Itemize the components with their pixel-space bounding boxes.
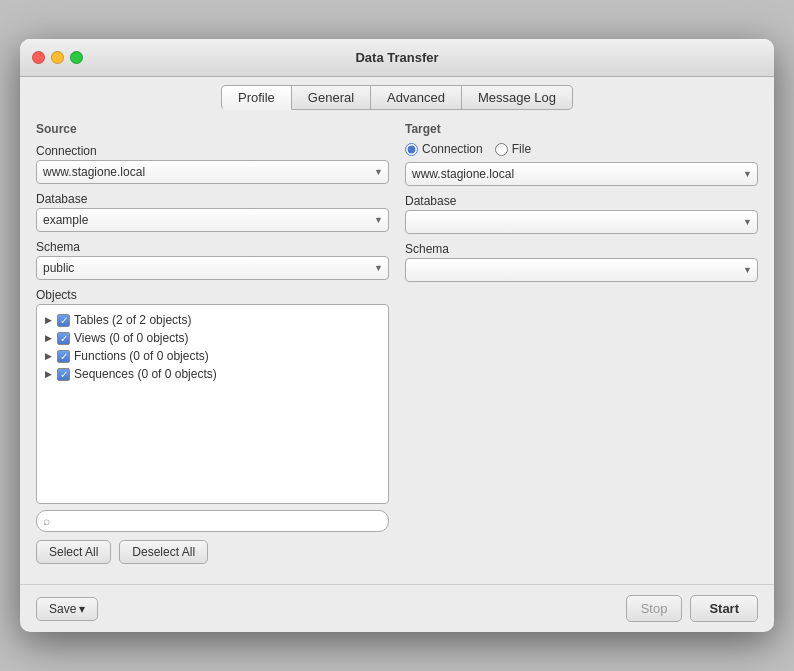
target-database-wrapper (405, 210, 758, 234)
source-connection-label: Connection (36, 144, 389, 158)
source-section-label: Source (36, 122, 389, 136)
expand-arrow-tables[interactable]: ▶ (43, 315, 53, 325)
select-all-button[interactable]: Select All (36, 540, 111, 564)
tab-bar: Profile General Advanced Message Log (20, 77, 774, 110)
source-connection-select[interactable]: www.stagione.local (36, 160, 389, 184)
tree-label-functions: Functions (0 of 0 objects) (74, 349, 209, 363)
radio-connection-label: Connection (422, 142, 483, 156)
source-schema-select[interactable]: public (36, 256, 389, 280)
source-database-label: Database (36, 192, 389, 206)
close-button[interactable] (32, 51, 45, 64)
tab-advanced[interactable]: Advanced (371, 85, 462, 110)
target-database-select[interactable] (405, 210, 758, 234)
expand-arrow-functions[interactable]: ▶ (43, 351, 53, 361)
target-schema-label: Schema (405, 242, 758, 256)
source-database-select[interactable]: example (36, 208, 389, 232)
expand-arrow-sequences[interactable]: ▶ (43, 369, 53, 379)
target-type-group: Connection File (405, 142, 758, 156)
target-section-label: Target (405, 122, 758, 136)
two-col-layout: Source Connection www.stagione.local Dat… (36, 122, 758, 564)
source-column: Source Connection www.stagione.local Dat… (36, 122, 389, 564)
tab-message-log[interactable]: Message Log (462, 85, 573, 110)
checkbox-views[interactable]: ✓ (57, 332, 70, 345)
bottom-bar: Save ▾ Stop Start (20, 584, 774, 632)
main-window: Data Transfer Profile General Advanced M… (20, 39, 774, 632)
deselect-all-button[interactable]: Deselect All (119, 540, 208, 564)
source-connection-wrapper: www.stagione.local (36, 160, 389, 184)
tree-label-tables: Tables (2 of 2 objects) (74, 313, 191, 327)
radio-connection-item[interactable]: Connection (405, 142, 483, 156)
tree-item-views: ▶ ✓ Views (0 of 0 objects) (43, 329, 382, 347)
tree-label-sequences: Sequences (0 of 0 objects) (74, 367, 217, 381)
selection-buttons: Select All Deselect All (36, 540, 389, 564)
target-schema-wrapper (405, 258, 758, 282)
tree-label-views: Views (0 of 0 objects) (74, 331, 189, 345)
expand-arrow-views[interactable]: ▶ (43, 333, 53, 343)
tree-item-sequences: ▶ ✓ Sequences (0 of 0 objects) (43, 365, 382, 383)
action-buttons: Stop Start (626, 595, 758, 622)
target-column: Target Connection File www.stagione.loca… (405, 122, 758, 564)
search-icon: ⌕ (43, 514, 50, 528)
radio-file[interactable] (495, 143, 508, 156)
tree-item-functions: ▶ ✓ Functions (0 of 0 objects) (43, 347, 382, 365)
stop-button[interactable]: Stop (626, 595, 683, 622)
search-box: ⌕ (36, 510, 389, 532)
tab-general[interactable]: General (292, 85, 371, 110)
source-database-wrapper: example (36, 208, 389, 232)
objects-tree: ▶ ✓ Tables (2 of 2 objects) ▶ ✓ Views (0… (36, 304, 389, 504)
search-input[interactable] (36, 510, 389, 532)
save-arrow-icon: ▾ (79, 602, 85, 616)
title-bar: Data Transfer (20, 39, 774, 77)
source-schema-label: Schema (36, 240, 389, 254)
radio-connection[interactable] (405, 143, 418, 156)
target-database-label: Database (405, 194, 758, 208)
minimize-button[interactable] (51, 51, 64, 64)
checkbox-functions[interactable]: ✓ (57, 350, 70, 363)
radio-file-label: File (512, 142, 531, 156)
source-objects-label: Objects (36, 288, 389, 302)
target-connection-wrapper: www.stagione.local (405, 162, 758, 186)
maximize-button[interactable] (70, 51, 83, 64)
window-title: Data Transfer (355, 50, 438, 65)
radio-file-item[interactable]: File (495, 142, 531, 156)
checkbox-tables[interactable]: ✓ (57, 314, 70, 327)
tree-item-tables: ▶ ✓ Tables (2 of 2 objects) (43, 311, 382, 329)
save-label: Save (49, 602, 76, 616)
checkbox-sequences[interactable]: ✓ (57, 368, 70, 381)
traffic-lights (32, 51, 83, 64)
source-schema-wrapper: public (36, 256, 389, 280)
save-button[interactable]: Save ▾ (36, 597, 98, 621)
main-content: Source Connection www.stagione.local Dat… (20, 110, 774, 576)
target-schema-select[interactable] (405, 258, 758, 282)
start-button[interactable]: Start (690, 595, 758, 622)
tab-profile[interactable]: Profile (221, 85, 292, 110)
target-connection-select[interactable]: www.stagione.local (405, 162, 758, 186)
